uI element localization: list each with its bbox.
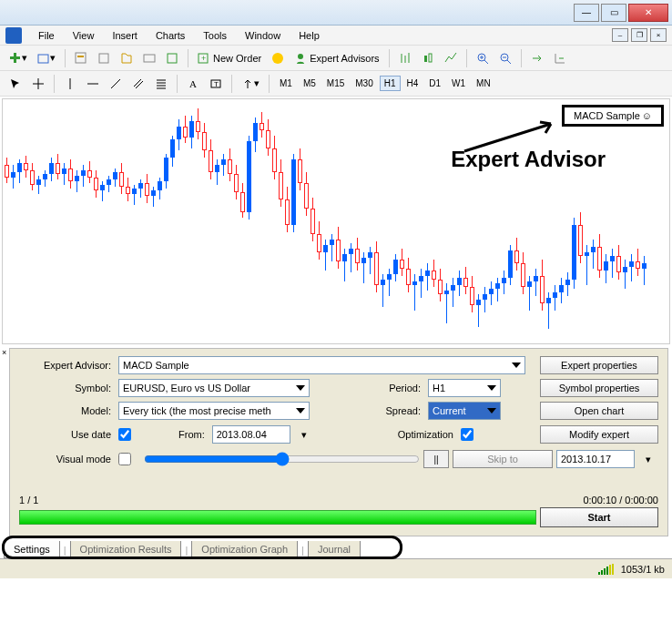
visual-mode-label: Visual mode bbox=[19, 454, 115, 465]
start-button[interactable]: Start bbox=[540, 507, 658, 527]
ea-label: Expert Advisor: bbox=[19, 360, 115, 371]
timeframe-w1[interactable]: W1 bbox=[447, 76, 470, 91]
new-order-button[interactable]: +New Order bbox=[194, 48, 265, 68]
timeframe-m15[interactable]: M15 bbox=[322, 76, 349, 91]
symbol-properties-button[interactable]: Symbol properties bbox=[540, 379, 658, 397]
tab-optimization-graph[interactable]: Optimization Graph bbox=[191, 541, 298, 558]
menu-tools[interactable]: Tools bbox=[196, 28, 234, 43]
tab-settings[interactable]: Settings bbox=[4, 541, 60, 558]
symbol-label: Symbol: bbox=[19, 383, 115, 393]
menu-help[interactable]: Help bbox=[291, 28, 327, 43]
window-close-button[interactable]: ✕ bbox=[628, 4, 668, 22]
tab-journal[interactable]: Journal bbox=[308, 541, 361, 558]
from-date-dropdown[interactable]: ▾ bbox=[294, 424, 314, 444]
timeframe-h4[interactable]: H4 bbox=[402, 76, 423, 91]
strategy-tester-button[interactable] bbox=[162, 48, 182, 68]
menu-insert[interactable]: Insert bbox=[105, 28, 145, 43]
window-minimize-button[interactable]: — bbox=[574, 4, 599, 22]
menu-charts[interactable]: Charts bbox=[148, 28, 192, 43]
timeframe-m5[interactable]: M5 bbox=[299, 76, 321, 91]
chart-area[interactable]: MACD Sample☺ Expert Advisor bbox=[2, 98, 670, 344]
mdi-minimize-button[interactable]: – bbox=[612, 28, 628, 42]
trendline-button[interactable] bbox=[106, 74, 126, 94]
use-date-label: Use date bbox=[19, 429, 115, 440]
speed-slider[interactable] bbox=[144, 452, 420, 466]
optimization-checkbox[interactable] bbox=[461, 428, 473, 441]
to-date-input[interactable] bbox=[556, 450, 635, 468]
line-chart-button[interactable] bbox=[441, 48, 461, 68]
timeframe-h1[interactable]: H1 bbox=[380, 76, 401, 91]
candles-icon bbox=[422, 52, 434, 65]
open-chart-button[interactable]: Open chart bbox=[540, 402, 658, 420]
visual-mode-checkbox[interactable] bbox=[118, 453, 131, 465]
crosshair-button[interactable] bbox=[28, 74, 48, 94]
expert-properties-button[interactable]: Expert properties bbox=[540, 356, 658, 374]
svg-rect-13 bbox=[429, 54, 432, 62]
skip-to-button[interactable]: Skip to bbox=[453, 450, 553, 468]
market-watch-button[interactable] bbox=[71, 48, 91, 68]
to-date-dropdown[interactable]: ▾ bbox=[638, 449, 658, 469]
crosshair-icon bbox=[32, 77, 45, 90]
svg-rect-12 bbox=[424, 56, 427, 62]
spread-select[interactable]: Current bbox=[428, 402, 501, 420]
from-date-input[interactable] bbox=[212, 425, 290, 444]
mdi-restore-button[interactable]: ❐ bbox=[631, 28, 647, 42]
timeframe-m1[interactable]: M1 bbox=[275, 76, 297, 91]
svg-point-11 bbox=[298, 54, 303, 59]
menu-window[interactable]: Window bbox=[238, 28, 288, 43]
arrows-button[interactable]: ▾ bbox=[238, 74, 263, 94]
tester-close-button[interactable]: × bbox=[0, 346, 9, 536]
metaeditor-icon bbox=[271, 52, 284, 65]
navigator-button[interactable] bbox=[117, 48, 137, 68]
plus-icon bbox=[9, 52, 22, 65]
timeframe-mn[interactable]: MN bbox=[472, 76, 495, 91]
autoscroll-button[interactable] bbox=[527, 48, 547, 68]
fibonacci-button[interactable] bbox=[151, 74, 171, 94]
menu-view[interactable]: View bbox=[66, 28, 102, 43]
pause-button[interactable]: || bbox=[423, 450, 449, 468]
symbol-select[interactable]: EURUSD, Euro vs US Dollar bbox=[118, 379, 310, 397]
smiley-icon: ☺ bbox=[642, 110, 652, 121]
metaeditor-button[interactable] bbox=[268, 48, 288, 68]
svg-rect-1 bbox=[10, 56, 20, 59]
window-maximize-button[interactable]: ▭ bbox=[601, 4, 626, 22]
equidistant-channel-button[interactable] bbox=[128, 74, 148, 94]
use-date-checkbox[interactable] bbox=[118, 428, 131, 441]
zoom-in-icon bbox=[476, 52, 489, 65]
timeframe-d1[interactable]: D1 bbox=[424, 76, 445, 91]
zoom-out-icon bbox=[499, 52, 512, 65]
model-select[interactable]: Every tick (the most precise meth bbox=[118, 402, 310, 420]
data-window-button[interactable] bbox=[94, 48, 114, 68]
svg-point-10 bbox=[272, 53, 283, 64]
menubar: File View Insert Charts Tools Window Hel… bbox=[0, 26, 672, 46]
mdi-close-button[interactable]: × bbox=[650, 28, 667, 42]
text-button[interactable]: A bbox=[183, 74, 203, 94]
modify-expert-button[interactable]: Modify expert bbox=[540, 425, 658, 444]
timeframe-m30[interactable]: M30 bbox=[351, 76, 377, 91]
expert-advisors-icon bbox=[294, 52, 307, 65]
svg-rect-3 bbox=[76, 53, 86, 63]
horizontal-line-button[interactable] bbox=[83, 74, 103, 94]
text-label-button[interactable]: T bbox=[206, 74, 226, 94]
new-chart-button[interactable]: ▾ bbox=[5, 48, 31, 68]
chart-shift-button[interactable] bbox=[550, 48, 570, 68]
ea-select[interactable]: MACD Sample bbox=[118, 356, 525, 374]
period-select[interactable]: H1 bbox=[428, 379, 501, 397]
svg-rect-6 bbox=[144, 55, 155, 62]
bars-icon bbox=[399, 52, 412, 65]
profiles-button[interactable]: ▾ bbox=[34, 48, 59, 68]
expert-advisors-button[interactable]: Expert Advisors bbox=[290, 48, 382, 68]
bars-chart-button[interactable] bbox=[395, 48, 415, 68]
cursor-button[interactable] bbox=[5, 74, 25, 94]
menu-file[interactable]: File bbox=[31, 28, 62, 43]
zoom-out-button[interactable] bbox=[495, 48, 515, 68]
vertical-line-button[interactable] bbox=[60, 74, 80, 94]
candles-chart-button[interactable] bbox=[418, 48, 438, 68]
zoom-in-button[interactable] bbox=[473, 48, 493, 68]
connection-bars-icon bbox=[598, 564, 614, 575]
terminal-button[interactable] bbox=[139, 48, 159, 68]
tab-optimization-results[interactable]: Optimization Results bbox=[70, 541, 182, 558]
new-order-label: New Order bbox=[213, 53, 261, 64]
titlebar: — ▭ ✕ bbox=[0, 0, 672, 26]
channel-icon bbox=[132, 77, 145, 90]
